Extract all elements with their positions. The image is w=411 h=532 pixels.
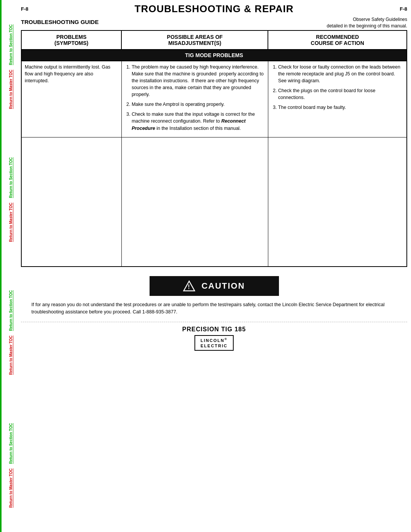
- page-num-right: F-8: [400, 6, 408, 12]
- caution-triangle-icon: !: [183, 280, 195, 292]
- page-title: TROUBLESHOOTING & REPAIR: [29, 3, 400, 15]
- safety-note: Observe Safety Guidelines detailed in th…: [327, 16, 407, 29]
- return-section-toc-3[interactable]: Return to Section TOC: [8, 289, 14, 332]
- mode-header-row: TIG MODE PROBLEMS: [21, 50, 407, 61]
- footer-title: PRECISION TIG 185: [21, 326, 407, 333]
- return-master-toc-3[interactable]: Return to Master TOC: [8, 334, 14, 376]
- col-header-problems: PROBLEMS (SYMPTOMS): [21, 30, 121, 50]
- caution-box: ! CAUTION: [150, 276, 279, 296]
- return-master-toc-2[interactable]: Return to Master TOC: [8, 201, 14, 243]
- return-section-toc-2[interactable]: Return to Section TOC: [8, 156, 14, 200]
- caution-body: If for any reason you do not understand …: [32, 301, 397, 316]
- section-header-row: TROUBLESHOOTING GUIDE Observe Safety Gui…: [21, 16, 407, 29]
- problem-cell-1: Machine output is intermittently lost. G…: [21, 61, 121, 137]
- col-header-possible: POSSIBLE AREAS OF MISADJUSTMENT(S): [121, 30, 268, 50]
- page-header: F-8 TROUBLESHOOTING & REPAIR F-8: [21, 3, 407, 15]
- return-master-toc-1[interactable]: Return to Master TOC: [8, 68, 14, 110]
- logo-line1: LINCOLN®: [201, 337, 228, 343]
- svg-text:!: !: [188, 284, 191, 290]
- possible-cell-empty: [121, 137, 268, 267]
- lincoln-logo: LINCOLN® ELECTRIC: [194, 335, 234, 351]
- caution-section: ! CAUTION If for any reason you do not u…: [21, 276, 407, 316]
- section-title: TROUBLESHOOTING GUIDE: [21, 19, 99, 25]
- problem-cell-empty: [21, 137, 121, 267]
- dashed-separator: [21, 322, 407, 322]
- action-cell-empty: [268, 137, 407, 267]
- mode-header-cell: TIG MODE PROBLEMS: [21, 50, 407, 61]
- col-header-action: RECOMMENDED COURSE OF ACTION: [268, 30, 407, 50]
- troubleshooting-table: PROBLEMS (SYMPTOMS) POSSIBLE AREAS OF MI…: [21, 30, 407, 267]
- possible-cell-1: The problem may be caused by high freque…: [121, 61, 268, 137]
- return-section-toc-4[interactable]: Return to Section TOC: [8, 422, 14, 465]
- action-cell-1: Check for loose or faulty connection on …: [268, 61, 407, 137]
- return-section-toc-1[interactable]: Return to Section TOC: [8, 23, 14, 67]
- table-row-empty: [21, 137, 407, 267]
- return-master-toc-4[interactable]: Return to Master TOC: [8, 467, 14, 509]
- page-footer: PRECISION TIG 185 LINCOLN® ELECTRIC: [21, 326, 407, 351]
- caution-label: CAUTION: [201, 281, 245, 291]
- logo-line2: ELECTRIC: [201, 343, 228, 348]
- table-row: Machine output is intermittently lost. G…: [21, 61, 407, 137]
- page-num-left: F-8: [21, 6, 29, 12]
